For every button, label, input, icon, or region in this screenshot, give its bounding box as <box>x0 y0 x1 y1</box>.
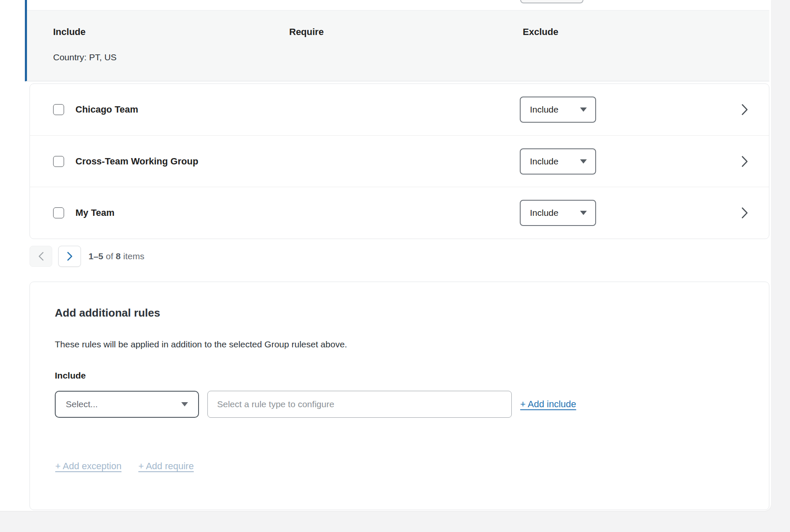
add-include-link[interactable]: + Add include <box>520 399 576 410</box>
column-header-require: Require <box>289 27 324 38</box>
select-value: Select... <box>66 399 98 409</box>
pagination-items: items <box>123 251 144 261</box>
chevron-left-icon <box>39 253 43 260</box>
include-rules-value: Country: PT, US <box>53 52 117 62</box>
card-title: Add additional rules <box>55 306 160 320</box>
column-header-include: Include <box>53 27 86 38</box>
cutoff-dropdown-fragment <box>520 0 583 3</box>
row-checkbox[interactable] <box>53 207 64 218</box>
card-description: These rules will be applied in addition … <box>55 339 347 349</box>
chevron-right-icon[interactable] <box>742 104 748 115</box>
dropdown-value: Include <box>530 208 559 218</box>
group-name: Cross-Team Working Group <box>75 156 198 167</box>
content-panel: Include Require Exclude Country: PT, US … <box>0 0 771 511</box>
secondary-rule-links: + Add exception + Add require <box>55 461 194 472</box>
pagination-range: 1–5 <box>89 251 103 261</box>
pagination: 1–5 of 8 items <box>30 246 144 267</box>
row-checkbox[interactable] <box>53 104 64 115</box>
column-header-exclude: Exclude <box>523 27 558 38</box>
dropdown-value: Include <box>530 156 559 167</box>
pagination-prev-button[interactable] <box>30 246 52 267</box>
ruleset-detail-panel: Include Require Exclude Country: PT, US <box>27 10 769 81</box>
dropdown-value: Include <box>530 105 559 115</box>
pagination-status: 1–5 of 8 items <box>89 251 144 261</box>
group-row-cross-team-working-group[interactable]: Cross-Team Working Group Include <box>30 135 769 187</box>
add-additional-rules-card: Add additional rules These rules will be… <box>30 282 769 510</box>
group-row-chicago-team[interactable]: Chicago Team Include <box>30 84 769 135</box>
caret-down-icon <box>580 107 587 112</box>
caret-down-icon <box>181 402 188 406</box>
include-section-label: Include <box>55 371 86 381</box>
pagination-of: of <box>106 251 113 261</box>
groups-list-card: Chicago Team Include Cross-Team Working … <box>30 83 769 239</box>
chevron-right-icon[interactable] <box>742 207 748 219</box>
chevron-right-icon[interactable] <box>742 156 748 167</box>
include-mode-dropdown[interactable]: Include <box>520 148 596 175</box>
group-row-my-team[interactable]: My Team Include <box>30 187 769 239</box>
include-mode-dropdown[interactable]: Include <box>520 97 596 123</box>
add-require-link[interactable]: + Add require <box>138 461 193 472</box>
pagination-next-button[interactable] <box>58 246 81 267</box>
group-name: My Team <box>75 207 115 218</box>
rule-controls: Select... + Add include <box>55 391 576 418</box>
rule-type-select[interactable]: Select... <box>55 391 199 418</box>
selected-group-detail-card: Include Require Exclude Country: PT, US <box>25 0 769 81</box>
add-exception-link[interactable]: + Add exception <box>55 461 121 472</box>
pagination-total: 8 <box>116 251 121 261</box>
include-mode-dropdown[interactable]: Include <box>520 200 596 226</box>
group-name: Chicago Team <box>75 104 138 115</box>
screen: Include Require Exclude Country: PT, US … <box>0 0 790 532</box>
row-checkbox[interactable] <box>53 156 64 167</box>
caret-down-icon <box>580 159 587 164</box>
chevron-right-icon <box>68 253 72 260</box>
caret-down-icon <box>580 211 587 215</box>
rule-config-input[interactable] <box>207 391 512 418</box>
